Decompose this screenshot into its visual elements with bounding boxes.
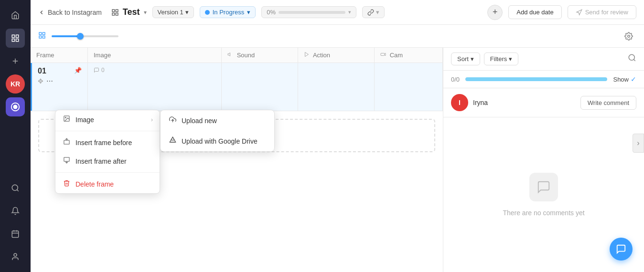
settings-button[interactable]	[621, 29, 636, 44]
status-label: In Progress	[213, 9, 244, 16]
comments-bar-fill	[465, 77, 607, 81]
action-cell	[298, 63, 375, 111]
svg-line-39	[633, 59, 635, 61]
svg-point-6	[13, 105, 17, 109]
progress-dropdown-icon[interactable]: ▾	[348, 9, 351, 15]
status-badge[interactable]: In Progress ▾	[200, 6, 256, 18]
grid-view-icon	[111, 9, 119, 16]
submenu-google-drive-label: Upload with Google Drive	[182, 137, 258, 145]
svg-point-32	[65, 117, 66, 118]
comment-input-row: I Iryna Write comment	[443, 88, 644, 117]
menu-delete-label: Delete frame	[75, 180, 114, 188]
delete-icon	[62, 179, 71, 188]
svg-rect-33	[64, 140, 69, 144]
more-options-icon[interactable]: ⋯	[46, 77, 53, 85]
sidebar-home-icon[interactable]	[6, 6, 25, 25]
svg-point-24	[628, 35, 630, 37]
brand-icon[interactable]	[6, 97, 25, 116]
show-check-icon: ✓	[631, 75, 636, 83]
add-due-date-button[interactable]: Add due date	[508, 5, 561, 19]
image-menu-icon	[62, 115, 71, 124]
column-frame: Frame	[31, 48, 88, 63]
tile-view-button[interactable]	[38, 31, 46, 41]
chat-fab-button[interactable]	[610, 238, 633, 261]
submenu-google-drive[interactable]: Upload with Google Drive	[161, 131, 274, 151]
svg-rect-18	[116, 13, 118, 15]
version-badge[interactable]: Version 1 ▾	[152, 6, 194, 18]
filters-label: Filters	[490, 55, 507, 63]
svg-rect-1	[16, 35, 19, 37]
filters-button[interactable]: Filters ▾	[484, 52, 518, 65]
content-area: Frame Image Sound Action Cam	[31, 48, 644, 272]
menu-item-image[interactable]: Image ›	[55, 110, 160, 129]
commenter-avatar: I	[451, 94, 468, 111]
status-dot-icon	[205, 10, 210, 15]
sort-button[interactable]: Sort ▾	[451, 52, 480, 65]
menu-item-delete[interactable]: Delete frame	[55, 175, 160, 193]
sort-chevron-icon: ▾	[471, 55, 474, 63]
pin-icon[interactable]: 📌	[74, 67, 82, 75]
menu-arrow-icon: ›	[151, 116, 153, 123]
submenu-upload-new[interactable]: Upload new	[161, 110, 274, 131]
frame-number: 01	[38, 67, 46, 75]
user-avatar[interactable]: KR	[6, 74, 25, 94]
search-comments-icon[interactable]	[628, 53, 636, 64]
main-content: Back to Instagram Test ▾ Version 1 ▾ In …	[31, 0, 644, 272]
sidebar-user-icon[interactable]	[6, 247, 25, 266]
progress-section: 0% ▾	[261, 6, 356, 18]
svg-rect-20	[39, 32, 42, 35]
no-comments-icon	[529, 173, 558, 201]
submenu-upload-new-label: Upload new	[182, 117, 217, 125]
svg-rect-3	[16, 39, 19, 42]
back-to-instagram-link[interactable]: Back to Instagram	[38, 9, 102, 16]
link-chevron-icon: ▾	[376, 9, 379, 16]
menu-image-label: Image	[75, 116, 94, 124]
menu-insert-after-label: Insert frame after	[75, 157, 127, 165]
slider-thumb[interactable]	[77, 33, 84, 40]
add-icon: +	[493, 7, 498, 17]
svg-rect-23	[43, 36, 45, 38]
progress-bar	[279, 11, 345, 14]
write-comment-button[interactable]: Write comment	[580, 96, 636, 110]
table-row: 01 📌 ✥ ⋯ 0	[31, 63, 443, 111]
comment-badge: 0	[94, 67, 105, 73]
svg-rect-10	[12, 231, 19, 238]
zoom-slider[interactable]	[52, 35, 118, 37]
svg-point-38	[629, 54, 634, 60]
sidebar: KR	[0, 0, 31, 272]
svg-rect-16	[116, 10, 118, 12]
svg-rect-35	[64, 157, 69, 161]
sidebar-grid-icon[interactable]	[6, 29, 25, 48]
comments-progress-row: 0/0 Show ✓	[443, 71, 644, 88]
sidebar-add-icon[interactable]	[6, 52, 25, 71]
svg-point-8	[12, 185, 18, 190]
sound-cell	[222, 63, 298, 111]
svg-rect-22	[39, 36, 42, 38]
version-chevron-icon: ▾	[185, 9, 189, 16]
column-sound: Sound	[222, 48, 298, 63]
svg-rect-2	[12, 39, 14, 42]
upload-icon	[168, 116, 177, 125]
project-title-dropdown-icon[interactable]: ▾	[144, 9, 147, 16]
add-button[interactable]: +	[487, 5, 503, 20]
frame-cell: 01 📌 ✥ ⋯	[31, 63, 88, 111]
sidebar-calendar-icon[interactable]	[6, 224, 25, 243]
context-menu: Image › Insert frame before Insert frame…	[55, 110, 160, 194]
sidebar-search-icon[interactable]	[6, 178, 25, 198]
svg-rect-15	[112, 10, 115, 12]
svg-marker-26	[305, 52, 309, 57]
menu-item-insert-after[interactable]: Insert frame after	[55, 152, 160, 170]
link-button[interactable]: ▾	[362, 6, 385, 18]
title-section: Test ▾	[111, 7, 147, 17]
send-for-review-button[interactable]: Send for review	[568, 5, 636, 19]
menu-item-insert-before[interactable]: Insert frame before	[55, 133, 160, 152]
version-label: Version 1	[158, 9, 183, 16]
insert-before-icon	[62, 138, 71, 147]
table-header: Frame Image Sound Action Cam	[31, 48, 443, 63]
column-cam: Cam	[375, 48, 443, 63]
show-button[interactable]: Show ✓	[613, 75, 636, 83]
move-icon[interactable]: ✥	[38, 77, 43, 85]
comments-toolbar: Sort ▾ Filters ▾	[443, 48, 644, 71]
sidebar-bell-icon[interactable]	[6, 201, 25, 220]
comments-count: 0/0	[451, 76, 460, 83]
